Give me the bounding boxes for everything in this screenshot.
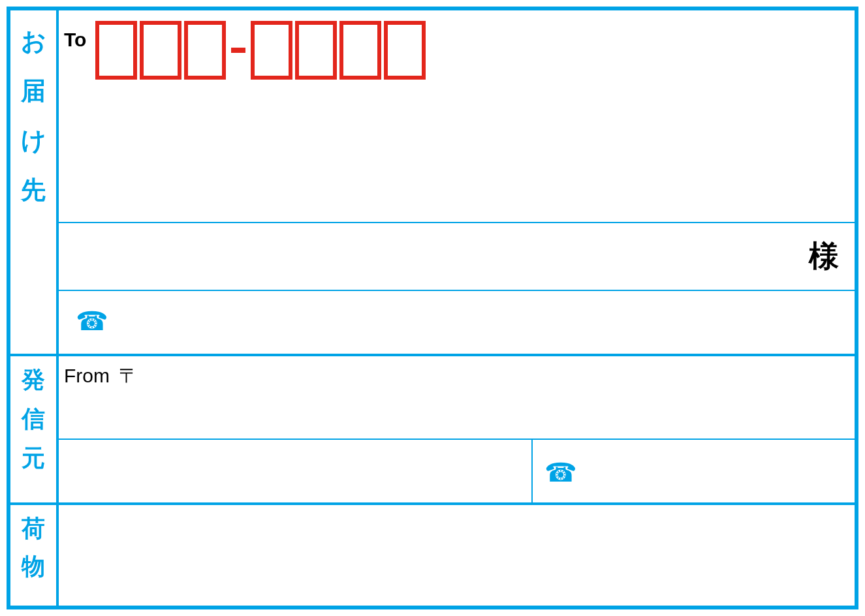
postal-box-3[interactable]	[184, 21, 226, 80]
sender-section-label: 発 信 元	[10, 356, 56, 502]
sender-name-phone-divider	[531, 439, 533, 502]
shipping-label-sheet: お 届 け 先 発 信 元 荷 物 To 様	[0, 0, 865, 616]
sender-phone-field[interactable]	[577, 441, 852, 500]
phone-icon: ☎	[544, 459, 577, 485]
postal-box-6[interactable]	[339, 21, 381, 80]
recipient-sender-divider	[10, 354, 855, 356]
cargo-label-char-2: 物	[22, 555, 45, 578]
sender-address-name-divider	[56, 439, 855, 440]
recipient-honorific: 様	[809, 236, 839, 277]
sender-name-field[interactable]	[59, 441, 529, 500]
cargo-label-char-1: 荷	[22, 517, 45, 540]
postal-box-5[interactable]	[295, 21, 337, 80]
sender-address-field[interactable]	[148, 359, 852, 436]
recipient-section-label: お 届 け 先	[10, 10, 56, 354]
phone-icon: ☎	[76, 308, 108, 334]
sender-cargo-divider	[10, 502, 855, 505]
postal-dash	[231, 48, 245, 53]
to-label: To	[64, 29, 86, 51]
recipient-label-char-4: 先	[21, 177, 46, 202]
recipient-phone-field[interactable]	[108, 292, 852, 351]
recipient-label-char-3: け	[21, 128, 46, 153]
recipient-address-name-divider	[56, 222, 855, 223]
postal-mark-icon: 〒	[119, 365, 138, 386]
sender-label-char-1: 発	[22, 368, 45, 392]
sender-label-char-3: 元	[22, 446, 45, 470]
cargo-description-field[interactable]	[59, 506, 852, 603]
from-text: From	[64, 365, 110, 386]
postal-box-1[interactable]	[95, 21, 137, 80]
recipient-label-char-1: お	[21, 29, 46, 54]
sender-label-char-2: 信	[22, 407, 45, 431]
postal-box-4[interactable]	[251, 21, 292, 80]
recipient-postal-code-boxes[interactable]	[95, 21, 426, 80]
postal-box-2[interactable]	[140, 21, 181, 80]
recipient-address-field[interactable]	[59, 89, 852, 219]
from-label: From 〒	[64, 363, 138, 390]
recipient-name-field[interactable]	[59, 224, 852, 287]
recipient-name-phone-divider	[56, 290, 855, 291]
outer-frame: お 届 け 先 発 信 元 荷 物 To 様	[7, 7, 858, 609]
postal-box-7[interactable]	[384, 21, 426, 80]
recipient-label-char-2: 届	[21, 78, 46, 103]
cargo-section-label: 荷 物	[10, 505, 56, 604]
